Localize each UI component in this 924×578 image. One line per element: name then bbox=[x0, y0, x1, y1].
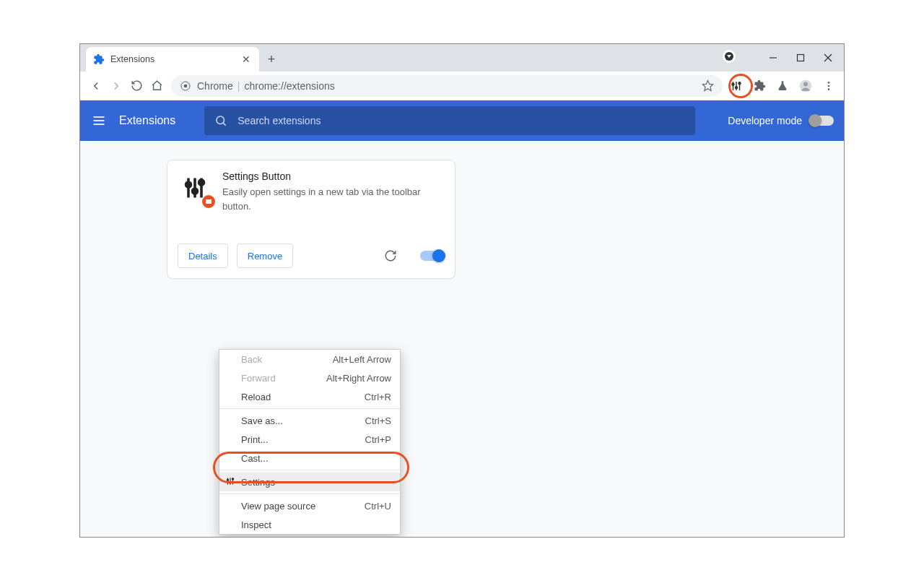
context-menu-label: Inspect bbox=[241, 519, 271, 530]
context-menu-item: BackAlt+Left Arrow bbox=[219, 350, 400, 368]
context-menu-item[interactable]: Settings bbox=[219, 473, 400, 491]
svg-marker-6 bbox=[702, 80, 712, 90]
minimize-button[interactable] bbox=[760, 48, 786, 68]
sliders-icon bbox=[225, 476, 237, 488]
lab-flask-icon[interactable] bbox=[773, 77, 792, 95]
svg-line-22 bbox=[224, 123, 226, 125]
svg-point-15 bbox=[828, 82, 830, 84]
svg-point-26 bbox=[193, 189, 198, 194]
svg-point-12 bbox=[738, 82, 741, 84]
context-menu-shortcut: Alt+Right Arrow bbox=[326, 373, 391, 384]
remove-button[interactable]: Remove bbox=[237, 243, 293, 268]
context-menu-label: Save as... bbox=[241, 415, 283, 426]
context-menu-label: View page source bbox=[241, 501, 315, 512]
browser-window: Extensions ✕ + Chrome | bbox=[79, 43, 845, 538]
address-separator: | bbox=[237, 80, 240, 92]
address-bar[interactable]: Chrome | chrome://extensions bbox=[171, 75, 723, 97]
maximize-button[interactable] bbox=[788, 48, 814, 68]
svg-point-32 bbox=[230, 482, 231, 483]
extension-title: Settings Button bbox=[222, 171, 445, 182]
puzzle-piece-icon bbox=[93, 53, 105, 65]
extensions-content: Settings Button Easily open settings in … bbox=[80, 141, 844, 537]
svg-point-21 bbox=[217, 116, 225, 124]
context-menu-item[interactable]: View page sourceCtrl+U bbox=[219, 496, 400, 515]
context-menu-item[interactable]: Save as...Ctrl+S bbox=[219, 411, 400, 430]
tab-bar: Extensions ✕ + bbox=[80, 44, 844, 72]
extension-icon bbox=[178, 171, 212, 205]
context-menu-item: ForwardAlt+Right Arrow bbox=[219, 368, 400, 387]
tab-title: Extensions bbox=[110, 54, 154, 64]
extension-description: Easily open settings in a new tab via th… bbox=[222, 185, 445, 213]
context-menu-label: Forward bbox=[241, 373, 276, 384]
page-viewport: Extensions Search extensions Developer m… bbox=[80, 100, 844, 537]
address-scheme: Chrome bbox=[197, 80, 233, 92]
settings-button-extension-icon[interactable] bbox=[727, 77, 746, 95]
close-tab-button[interactable]: ✕ bbox=[240, 53, 252, 65]
tab-extensions[interactable]: Extensions ✕ bbox=[86, 47, 259, 72]
extension-card: Settings Button Easily open settings in … bbox=[167, 160, 456, 279]
context-menu-item[interactable]: Print...Ctrl+P bbox=[219, 430, 400, 449]
context-menu-label: Print... bbox=[241, 434, 269, 445]
svg-rect-1 bbox=[798, 55, 804, 61]
address-url: chrome://extensions bbox=[244, 80, 334, 92]
close-window-button[interactable] bbox=[815, 48, 841, 68]
back-button[interactable] bbox=[86, 76, 106, 96]
search-placeholder: Search extensions bbox=[237, 115, 321, 126]
home-button[interactable] bbox=[147, 76, 167, 96]
svg-point-10 bbox=[736, 86, 738, 88]
svg-point-17 bbox=[828, 88, 830, 90]
svg-point-24 bbox=[186, 182, 191, 187]
details-button[interactable]: Details bbox=[178, 243, 228, 268]
context-menu-item[interactable]: Inspect bbox=[219, 515, 400, 534]
forward-button[interactable] bbox=[106, 76, 126, 96]
window-controls bbox=[760, 44, 841, 72]
svg-point-8 bbox=[732, 83, 734, 85]
extensions-puzzle-icon[interactable] bbox=[750, 77, 769, 95]
svg-point-16 bbox=[828, 85, 830, 87]
kebab-menu-icon[interactable] bbox=[819, 77, 838, 95]
developer-mode-toggle[interactable] bbox=[809, 116, 834, 126]
svg-point-28 bbox=[199, 180, 204, 185]
toolbar: Chrome | chrome://extensions bbox=[80, 72, 844, 100]
svg-point-30 bbox=[227, 479, 228, 480]
context-menu-shortcut: Ctrl+S bbox=[365, 415, 391, 426]
bookmark-star-icon[interactable] bbox=[702, 79, 714, 92]
reload-button[interactable] bbox=[126, 76, 147, 96]
context-menu-shortcut: Alt+Left Arrow bbox=[333, 354, 391, 365]
profile-avatar-icon[interactable] bbox=[796, 77, 815, 95]
svg-point-34 bbox=[232, 478, 233, 480]
search-icon bbox=[214, 114, 227, 127]
svg-point-5 bbox=[184, 84, 188, 87]
install-source-badge-icon bbox=[202, 195, 215, 208]
svg-point-14 bbox=[803, 82, 808, 86]
context-menu-separator bbox=[219, 470, 400, 470]
hamburger-menu-icon[interactable] bbox=[90, 112, 108, 129]
context-menu-separator bbox=[219, 408, 400, 409]
context-menu-item[interactable]: Cast... bbox=[219, 449, 400, 467]
extensions-header: Extensions Search extensions Developer m… bbox=[80, 100, 844, 141]
context-menu-label: Settings bbox=[241, 477, 275, 488]
context-menu: BackAlt+Left ArrowForwardAlt+Right Arrow… bbox=[219, 349, 401, 535]
developer-mode-label: Developer mode bbox=[728, 115, 802, 126]
context-menu-item[interactable]: ReloadCtrl+R bbox=[219, 387, 400, 406]
context-menu-separator bbox=[219, 493, 400, 494]
page-title: Extensions bbox=[119, 114, 175, 127]
context-menu-shortcut: Ctrl+U bbox=[365, 501, 391, 512]
context-menu-shortcut: Ctrl+P bbox=[365, 434, 391, 445]
chrome-icon bbox=[180, 80, 191, 92]
reload-extension-icon[interactable] bbox=[384, 249, 397, 262]
context-menu-label: Reload bbox=[241, 392, 271, 402]
context-menu-label: Cast... bbox=[241, 453, 269, 464]
context-menu-shortcut: Ctrl+R bbox=[365, 392, 391, 402]
search-input[interactable]: Search extensions bbox=[204, 106, 695, 135]
new-tab-button[interactable]: + bbox=[259, 47, 284, 72]
update-indicator-icon[interactable] bbox=[723, 50, 736, 63]
developer-mode-section: Developer mode bbox=[728, 115, 834, 126]
toolbar-extension-icons bbox=[727, 77, 838, 95]
context-menu-label: Back bbox=[241, 354, 262, 365]
extension-enabled-toggle[interactable] bbox=[420, 251, 445, 261]
